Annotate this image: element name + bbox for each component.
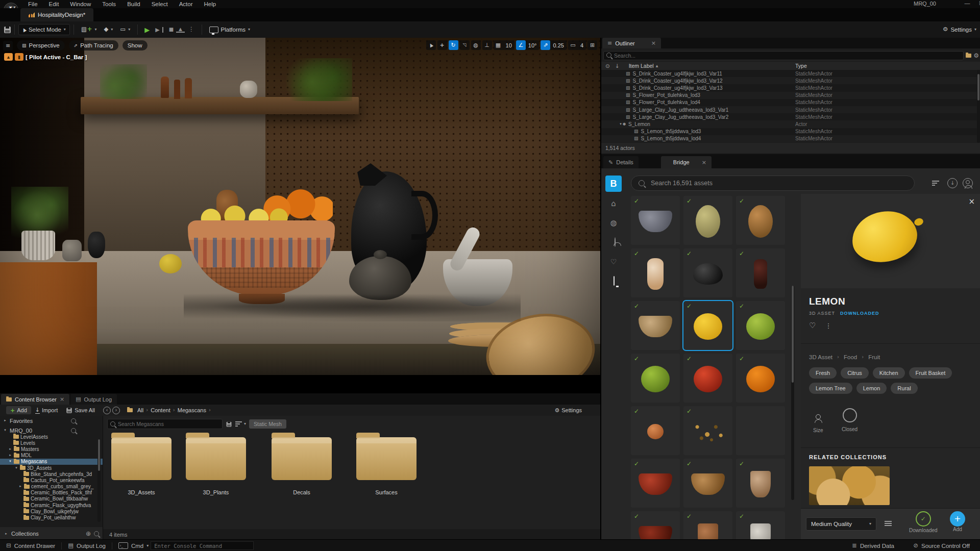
asset-tile-white-cup[interactable]: ✓: [736, 511, 785, 539]
tree-item-cactus-pot[interactable]: Cactus_Pot_uenkeewfa: [0, 477, 103, 483]
asset-tile-dark-red-bowl[interactable]: ✓: [631, 511, 680, 539]
caret-open-icon[interactable]: ▾: [8, 460, 12, 463]
outliner-search-input[interactable]: [603, 51, 964, 60]
content-drawer-button[interactable]: ⊟ Content Drawer: [0, 540, 61, 551]
blueprints-button[interactable]: ◆ ▾: [100, 24, 116, 35]
outliner-row[interactable]: ▧S_Lemon_th5jddwva_lod3StaticMeshActor: [601, 128, 980, 135]
add-collection-icon[interactable]: ⊕: [86, 531, 91, 537]
column-type-label[interactable]: Type: [795, 63, 807, 69]
asset-tile-brown-bottle[interactable]: ✓: [736, 248, 785, 297]
project-tab[interactable]: HospitalityDesign*: [20, 8, 93, 21]
forward-icon[interactable]: ›: [112, 407, 120, 414]
tree-item-bike-stand[interactable]: Bike_Stand_uhcgehnfa_3d: [0, 471, 103, 477]
asset-tile-lemon[interactable]: ✓: [683, 301, 732, 350]
view-mode-dropdown[interactable]: ⇗ Path Tracing: [69, 40, 118, 51]
asset-grid-scrollbar[interactable]: [791, 286, 794, 500]
cmd-dropdown[interactable]: ›_ Cmd ▾: [112, 540, 151, 551]
filter-icon[interactable]: [932, 180, 940, 187]
kebab-menu-icon[interactable]: ⋮: [825, 322, 831, 329]
asset-tile-brown-gourd[interactable]: ✓: [736, 196, 785, 245]
local-assets-icon[interactable]: [608, 277, 619, 285]
favorites-section[interactable]: ▸ Favorites: [0, 416, 103, 425]
asset-tile-red-apple[interactable]: ✓: [683, 354, 732, 403]
globe-icon[interactable]: ◍: [608, 219, 619, 227]
tree-item-megascans[interactable]: ▾Megascans: [0, 459, 103, 465]
move-tool[interactable]: +: [437, 40, 447, 50]
rotate-tool[interactable]: ↻: [449, 40, 458, 50]
asset-tile-pale-gourd[interactable]: ✓: [683, 196, 732, 245]
output-log-button[interactable]: ▤ Output Log: [62, 540, 112, 551]
search-icon[interactable]: [71, 418, 76, 423]
bridge-search-input[interactable]: [650, 179, 907, 187]
tree-item-ceramic-bottles[interactable]: Ceramic_Bottles_Pack_tlhf: [0, 490, 103, 496]
asset-preview[interactable]: ×: [801, 194, 980, 288]
maximize-viewport-button[interactable]: ⊞: [587, 40, 597, 50]
eject-button[interactable]: ▲: [176, 27, 185, 33]
folder-tile-decals[interactable]: Decals: [272, 437, 332, 495]
tab-bridge[interactable]: Bridge ×: [661, 156, 712, 168]
content-browser-tab[interactable]: Content Browser ×: [1, 394, 69, 405]
asset-tile-clay-goblet[interactable]: ✓: [736, 459, 785, 508]
tree-item-ceramic-bowl[interactable]: Ceramic_Bowl_tltkbaahw: [0, 496, 103, 502]
output-log-tab[interactable]: ▤ Output Log: [70, 394, 117, 405]
account-icon[interactable]: [963, 178, 973, 188]
caret-open-icon[interactable]: ▾: [619, 122, 623, 126]
filter-dropdown[interactable]: ▾: [235, 420, 246, 428]
outliner-tab[interactable]: ≡ Outliner ×: [602, 38, 661, 48]
asset-tile-black-pot[interactable]: ✓: [683, 248, 732, 297]
outliner-row[interactable]: ▧S_Flower_Pot_tlulehkva_lod3StaticMeshAc…: [601, 92, 980, 99]
breadcrumb-fruit[interactable]: Fruit: [868, 354, 880, 360]
tree-item-cement-curbs[interactable]: ▸cement_curbs_small_grey_: [0, 484, 103, 490]
select-tool[interactable]: ▲: [426, 40, 436, 50]
platforms-dropdown[interactable]: Platforms ▾: [206, 24, 254, 35]
tag-rural[interactable]: Rural: [891, 383, 917, 394]
close-detail-icon[interactable]: ×: [968, 198, 975, 206]
select-mode-dropdown[interactable]: ▲ Select Mode ▾: [18, 24, 70, 35]
breadcrumb-content[interactable]: Content: [149, 407, 172, 413]
outliner-row-s-lemon[interactable]: ▾●S_LemonActor: [601, 120, 980, 128]
favorite-icon[interactable]: ♡: [809, 322, 816, 330]
tree-item-clay-pot[interactable]: Clay_Pot_ueilahthw: [0, 514, 103, 520]
collections-section[interactable]: ▸ Collections ⊕: [0, 527, 103, 540]
tree-item-clay-bowl[interactable]: Clay_Bowl_uikgefyjw: [0, 508, 103, 514]
eye-icon[interactable]: ⊙: [605, 63, 610, 69]
frame-skip-button[interactable]: ▶: [153, 27, 163, 33]
settings-dropdown[interactable]: ⚙ Settings ▾: [939, 24, 980, 35]
save-icon[interactable]: [4, 27, 11, 33]
menu-window[interactable]: Window: [64, 1, 96, 8]
camera-speed-control[interactable]: ▭ 4: [568, 40, 586, 50]
breadcrumb-food[interactable]: Food: [844, 354, 857, 360]
tag-lemon[interactable]: Lemon: [856, 383, 887, 394]
tree-item-masters[interactable]: ▸Masters: [0, 446, 103, 452]
menu-edit[interactable]: Edit: [43, 1, 65, 8]
outliner-row[interactable]: ▧S_Flower_Pot_tlulehkva_lod4StaticMeshAc…: [601, 99, 980, 106]
caret-closed-icon[interactable]: ▸: [18, 485, 22, 488]
outliner-row[interactable]: ▧S_Drink_Coaster_ug4lfjkjw_lod3_Var12Sta…: [601, 77, 980, 84]
tree-item-mdl[interactable]: ▸MDL: [0, 453, 103, 459]
asset-tile-dried-flowers[interactable]: ✓: [683, 406, 732, 455]
breadcrumb-3d-asset[interactable]: 3D Asset: [809, 354, 832, 360]
viewport-options-menu[interactable]: ≡: [3, 41, 13, 51]
back-icon[interactable]: ‹: [103, 407, 111, 414]
search-icon[interactable]: [71, 428, 76, 433]
tree-item-ceramic-flask[interactable]: Ceramic_Flask_ugygfhdva: [0, 502, 103, 508]
folder-tile-3d-plants[interactable]: 3D_Plants: [186, 437, 246, 495]
close-icon[interactable]: ×: [60, 396, 64, 402]
heart-icon[interactable]: ♡: [608, 258, 619, 265]
download-settings-icon[interactable]: [885, 520, 893, 527]
column-item-label[interactable]: Item Label: [629, 63, 654, 69]
bridge-logo[interactable]: B: [605, 176, 622, 192]
play-button[interactable]: ▶: [141, 27, 153, 33]
save-search-icon[interactable]: [227, 421, 232, 427]
asset-tile-peach[interactable]: ✓: [631, 406, 680, 455]
scale-snap-control[interactable]: ⇗ 0.25: [541, 40, 566, 50]
breadcrumb-megascans[interactable]: Megascans: [176, 407, 208, 413]
tree-item-levelassets[interactable]: LevelAssets: [0, 434, 103, 440]
menu-select[interactable]: Select: [146, 1, 174, 8]
tree-scrollbar[interactable]: [97, 439, 101, 522]
tag-fruit-basket[interactable]: Fruit Basket: [909, 367, 952, 379]
outliner-row[interactable]: ▧S_Drink_Coaster_ug4lfjkjw_lod3_Var13Sta…: [601, 84, 980, 91]
rotation-snap-control[interactable]: ∠ 10°: [516, 40, 540, 50]
perspective-dropdown[interactable]: ▧ Perspective: [17, 40, 65, 51]
search-icon[interactable]: [94, 531, 99, 536]
